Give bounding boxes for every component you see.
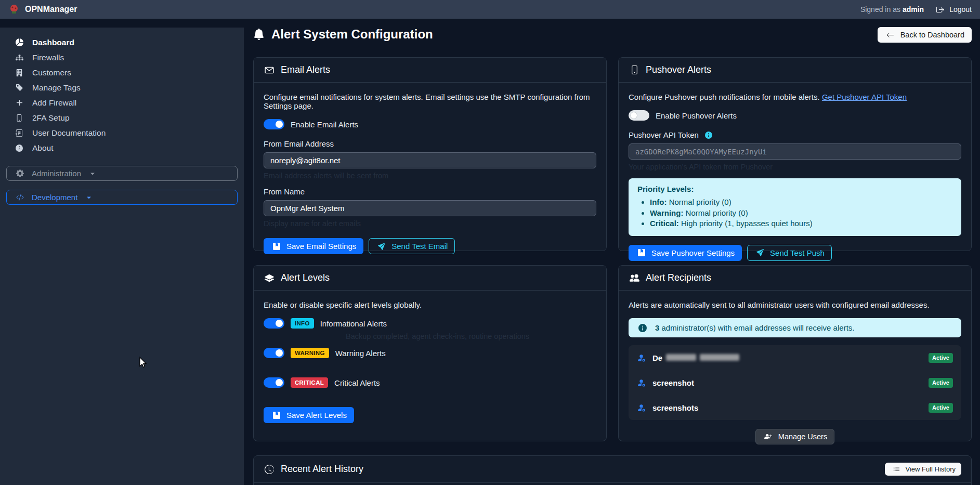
from-name-input[interactable]	[264, 200, 596, 216]
alert-levels-title: Alert Levels	[281, 272, 330, 283]
navbar-right: Signed in asadmin Logout	[860, 5, 972, 14]
save-pushover-settings-button[interactable]: Save Pushover Settings	[629, 245, 742, 261]
brand[interactable]: OPNManager	[8, 4, 77, 15]
email-card-header: Email Alerts	[254, 58, 606, 83]
administration-dropdown[interactable]: Administration	[6, 166, 238, 181]
sidebar-item-firewalls[interactable]: Firewalls	[0, 50, 244, 65]
critical-alerts-label: Critical Alerts	[334, 378, 380, 387]
alert-recipients-card: Alert Recipients Alerts are automaticall…	[618, 265, 972, 441]
back-to-dashboard-button[interactable]: Back to Dashboard	[878, 27, 972, 43]
alert-recipients-header: Alert Recipients	[619, 266, 971, 291]
warning-alerts-help	[346, 362, 596, 371]
chevron-down-icon	[87, 196, 91, 201]
development-dropdown[interactable]: Development	[6, 190, 238, 205]
clock-history-icon	[264, 465, 275, 474]
critical-alerts-help	[346, 391, 596, 400]
view-full-history-label: View Full History	[905, 465, 956, 473]
redacted-text	[700, 354, 739, 361]
alert-recipients-description: Alerts are automatically sent to all adm…	[629, 300, 961, 309]
recipient-count-text: 3 administrator(s) with email addresses …	[655, 323, 854, 332]
enable-email-alerts-label: Enable Email Alerts	[291, 120, 358, 129]
recipient-row: screenshots Active	[629, 395, 961, 420]
save-email-label: Save Email Settings	[286, 242, 356, 251]
sidebar-item-customers[interactable]: Customers	[0, 65, 244, 80]
recipient-count-infobox: 3 administrator(s) with email addresses …	[629, 318, 961, 337]
journal-icon	[14, 129, 25, 137]
pushover-card-header: Pushover Alerts	[619, 58, 971, 83]
recipient-row: De Active	[629, 345, 961, 370]
sidebar-item-manage-tags[interactable]: Manage Tags	[0, 80, 244, 95]
layers-icon	[264, 273, 275, 283]
pushover-alerts-card: Pushover Alerts Configure Pushover push …	[618, 57, 972, 251]
recipient-name: screenshots	[637, 403, 698, 412]
save-icon	[271, 412, 282, 419]
development-label: Development	[32, 193, 77, 202]
logout-icon	[934, 6, 946, 14]
save-pushover-label: Save Pushover Settings	[651, 248, 735, 257]
send-test-email-button[interactable]: Send Test Email	[369, 238, 455, 254]
recipient-row: screenshot Active	[629, 370, 961, 395]
critical-alerts-toggle[interactable]	[264, 377, 284, 388]
pushover-token-label: Pushover API Token	[629, 130, 699, 139]
sidebar-item-label: Add Firewall	[32, 98, 76, 108]
manage-users-button[interactable]: Manage Users	[755, 429, 834, 444]
sidebar-item-user-documentation[interactable]: User Documentation	[0, 125, 244, 140]
sidebar-item-label: Manage Tags	[32, 83, 81, 93]
pushover-card-description: Configure Pushover push notifications fo…	[629, 93, 961, 101]
mobile-phone-icon	[14, 114, 25, 122]
sidebar-item-dashboard[interactable]: Dashboard	[0, 35, 244, 50]
save-email-settings-button[interactable]: Save Email Settings	[264, 238, 363, 254]
redacted-text	[666, 354, 696, 361]
priority-levels-title: Priority Levels:	[637, 185, 952, 193]
chevron-down-icon	[90, 173, 95, 177]
sidebar-item-label: Customers	[32, 68, 71, 77]
pie-chart-icon	[14, 38, 25, 46]
app-logo-icon	[8, 4, 20, 15]
from-email-help: Email address alerts will be sent from	[264, 172, 596, 180]
person-plus-icon	[763, 433, 774, 441]
tag-icon	[14, 84, 25, 91]
sidebar-item-label: About	[32, 143, 54, 153]
send-test-push-button[interactable]: Send Test Push	[747, 245, 832, 261]
plus-icon	[14, 99, 25, 107]
warning-alerts-toggle[interactable]	[264, 348, 284, 358]
enable-email-alerts-toggle[interactable]	[264, 119, 284, 129]
alert-levels-description: Enable or disable specific alert levels …	[264, 300, 596, 309]
sidebar-item-label: Dashboard	[32, 38, 74, 47]
app-window: OPNManager Signed in asadmin Logout Dash…	[0, 0, 980, 485]
logout-label: Logout	[949, 5, 972, 14]
save-icon	[271, 243, 282, 250]
status-badge: Active	[929, 403, 953, 413]
send-test-push-label: Send Test Push	[770, 248, 825, 257]
save-alert-levels-button[interactable]: Save Alert Levels	[264, 407, 354, 423]
info-badge: INFO	[291, 318, 314, 329]
history-title-group: Recent Alert History	[264, 464, 363, 475]
email-card-title: Email Alerts	[281, 64, 330, 75]
signed-in-username: admin	[903, 5, 924, 14]
info-circle-icon[interactable]	[703, 132, 714, 139]
gear-icon	[14, 169, 25, 177]
sidebar-item-about[interactable]: About	[0, 140, 244, 155]
sidebar-item-add-firewall[interactable]: Add Firewall	[0, 95, 244, 110]
get-pushover-token-link[interactable]: Get Pushover API Token	[822, 93, 907, 101]
main-content: Alert System Configuration Back to Dashb…	[244, 19, 980, 485]
sidebar-item-2fa-setup[interactable]: 2FA Setup	[0, 110, 244, 125]
send-icon	[376, 243, 387, 250]
info-alerts-toggle[interactable]	[264, 318, 284, 329]
warning-badge: WARNING	[291, 348, 329, 358]
from-email-input[interactable]	[264, 152, 596, 168]
view-full-history-button[interactable]: View Full History	[885, 463, 961, 476]
info-circle-icon	[14, 145, 25, 152]
logout-button[interactable]: Logout	[934, 5, 972, 14]
status-badge: Active	[929, 353, 953, 363]
administration-label: Administration	[32, 169, 81, 178]
envelope-icon	[264, 65, 275, 75]
pushover-api-token-input[interactable]	[629, 143, 961, 160]
pushover-description-text: Configure Pushover push notifications fo…	[629, 93, 820, 101]
critical-badge: CRITICAL	[291, 377, 328, 388]
enable-pushover-alerts-toggle[interactable]	[629, 110, 649, 121]
user-badge-icon	[637, 353, 646, 362]
save-alert-levels-label: Save Alert Levels	[286, 411, 347, 420]
user-badge-icon	[637, 403, 646, 412]
status-badge: Active	[929, 378, 953, 388]
